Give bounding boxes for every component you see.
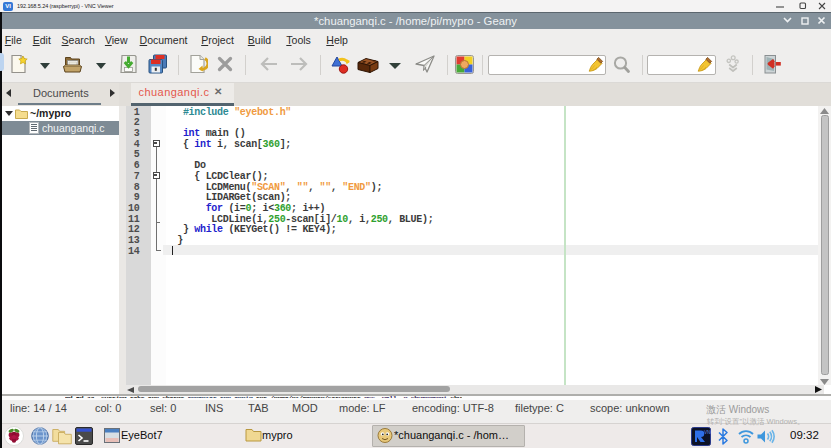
svg-text:VNC: VNC [704, 430, 711, 435]
